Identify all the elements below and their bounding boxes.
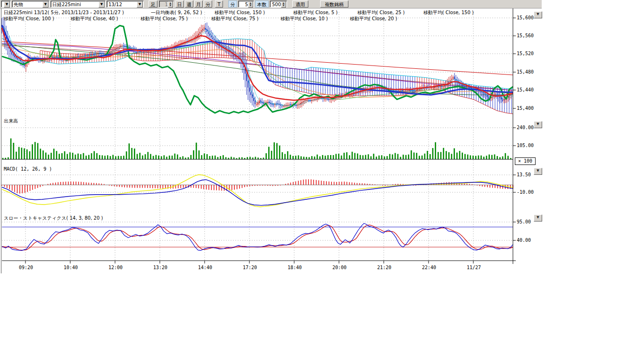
- legend-item: 移動平均( Close, 75 ): [140, 16, 188, 22]
- chevron-down-icon[interactable]: ▼: [99, 1, 105, 8]
- legend-item: 一目均衡表( 9, 26, 52 ): [151, 9, 202, 16]
- chikou-span: [2, 25, 513, 113]
- interval-stepper[interactable]: 1▲▼: [159, 0, 174, 8]
- chevron-down-icon: ▼: [537, 122, 539, 126]
- stochastics-panel-label: スロー・ストキャスティクス( 14, 3, 80, 20 ): [4, 215, 103, 222]
- y-axis-label: 105.00: [517, 143, 534, 148]
- legend-item: 移動平均( Close, 20 ): [350, 16, 397, 22]
- legend-item: 移動平均( Close, 100 ): [4, 16, 54, 22]
- x-axis-label: 22:40: [422, 265, 436, 270]
- x-axis-label: 21:20: [377, 265, 391, 270]
- mini-dropdown[interactable]: ▼: [1, 0, 11, 8]
- chart-area: 出来高 MACD( 12, 26, 9 ) スロー・ストキャスティクス( 14,…: [0, 0, 542, 273]
- t-button[interactable]: T: [215, 0, 223, 8]
- y-axis-label: 13.50: [517, 172, 531, 177]
- x-axis-label: 17:20: [243, 265, 257, 270]
- macd-panel: [2, 175, 513, 207]
- x-axis-label: 09:20: [19, 265, 33, 270]
- day-button[interactable]: 日: [175, 0, 184, 8]
- week-button[interactable]: 週: [185, 0, 193, 8]
- legend-item: 移動平均( Close, 10 ): [281, 16, 328, 22]
- x-axis-label: 14:40: [198, 265, 212, 270]
- legend-item: 日経225mini 13/12( 5分, 2013/11/23 - 2013/1…: [4, 9, 124, 16]
- volume-panel-menu-button[interactable]: ▼: [534, 121, 542, 128]
- y-axis-label: 95.00: [517, 219, 531, 224]
- stochastics-panel: [2, 223, 513, 251]
- contract-select[interactable]: 13/12▼: [107, 0, 144, 8]
- spinner-arrows-icon[interactable]: ▲▼: [248, 1, 253, 8]
- legend-item: 移動平均( Close, 75 ): [211, 16, 258, 22]
- chevron-down-icon[interactable]: ▼: [137, 1, 143, 8]
- chart-application-window: ▼ 先物▼ 日経225mini▼ 13/12▼ 足 1▲▼ 日 週 月 分 T …: [0, 0, 542, 273]
- macd-panel-menu-button[interactable]: ▼: [534, 168, 542, 175]
- symbol-select[interactable]: 日経225mini▼: [50, 0, 106, 8]
- chevron-down-icon: ▼: [537, 12, 539, 16]
- axes: [2, 8, 516, 264]
- y-axis-label: 15,480: [517, 69, 534, 74]
- macd-panel-label: MACD( 12, 26, 9 ): [4, 166, 52, 172]
- multi-symbol-button[interactable]: 複数銘柄: [320, 0, 348, 8]
- x-axis-label: 18:40: [288, 265, 302, 270]
- chart-canvas[interactable]: [0, 0, 542, 273]
- month-button[interactable]: 月: [194, 0, 203, 8]
- volume-bars: [2, 139, 513, 159]
- gridlines: [2, 12, 513, 260]
- y-axis-label: 15,520: [517, 51, 534, 56]
- minute-unit-label: 分: [228, 0, 237, 8]
- x-axis-label: 10:40: [64, 265, 78, 270]
- y-axis-label: 15,400: [517, 106, 534, 111]
- chevron-down-icon: ▼: [537, 215, 539, 219]
- chevron-down-icon: ▼: [537, 169, 539, 173]
- stoch-panel-menu-button[interactable]: ▼: [534, 214, 542, 222]
- x-axis-label: 20:00: [332, 265, 347, 270]
- minute-value-stepper[interactable]: 5▲▼: [238, 0, 254, 8]
- x-axis-label: 12:00: [108, 265, 123, 270]
- chevron-down-icon[interactable]: ▼: [4, 1, 10, 8]
- y-axis-label: 15,440: [517, 87, 534, 92]
- volume-panel-label: 出来高: [4, 118, 18, 124]
- minute-button[interactable]: 分: [204, 0, 212, 8]
- legend-item: 移動平均( Close, 40 ): [71, 16, 118, 22]
- ashi-button[interactable]: 足: [149, 0, 157, 8]
- apply-button[interactable]: 適用: [292, 0, 308, 8]
- volume-multiplier-badge: × 100: [515, 157, 536, 165]
- spinner-arrows-icon[interactable]: ▲▼: [281, 1, 286, 8]
- chevron-down-icon[interactable]: ▼: [42, 1, 49, 8]
- legend-item: 移動平均( Close, 150 ): [215, 9, 265, 16]
- spinner-arrows-icon[interactable]: ▲▼: [168, 1, 173, 8]
- price-panel-menu-button[interactable]: ▼: [534, 11, 542, 18]
- x-axis-label: 13:20: [153, 265, 167, 270]
- bars-label: 本数: [255, 0, 269, 8]
- y-axis-label: 240.00: [517, 125, 534, 130]
- legend-item: 移動平均( Close, 150 ): [423, 9, 474, 16]
- legend-item: 移動平均( Close, 5 ): [293, 9, 338, 16]
- market-select[interactable]: 先物▼: [12, 0, 50, 8]
- x-axis-label: 11/27: [467, 265, 481, 270]
- legend-item: 移動平均( Close, 25 ): [357, 9, 405, 16]
- window-left-border: [1, 8, 1, 273]
- toolbar: ▼ 先物▼ 日経225mini▼ 13/12▼ 足 1▲▼ 日 週 月 分 T …: [0, 0, 542, 8]
- y-axis-label: 15,600: [517, 15, 534, 20]
- y-axis-label: 40.00: [517, 238, 531, 243]
- y-axis-label: -10.00: [517, 189, 534, 195]
- bars-value-stepper[interactable]: 500▲▼: [270, 0, 287, 8]
- y-axis-label: 15,560: [517, 33, 534, 38]
